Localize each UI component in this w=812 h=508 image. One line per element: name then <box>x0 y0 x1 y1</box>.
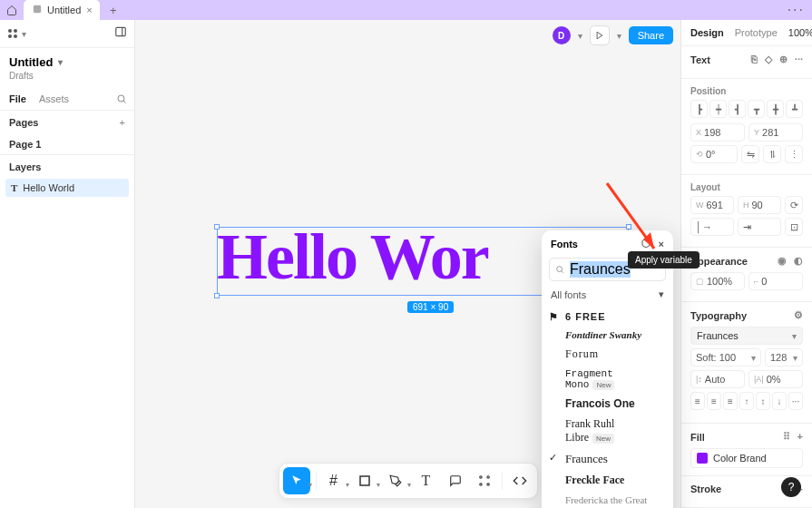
align-top-button[interactable]: ┳ <box>748 100 765 118</box>
style-icon[interactable]: ⠿ <box>783 431 790 443</box>
add-page-button[interactable]: + <box>120 117 125 128</box>
text-align-middle[interactable]: ↕ <box>756 392 770 410</box>
visibility-icon[interactable]: ◉ <box>778 255 787 267</box>
rotation-value: 0° <box>706 149 716 160</box>
font-family-dropdown[interactable]: Fraunces ▾ <box>690 327 803 345</box>
resize-handle[interactable] <box>214 224 220 230</box>
more-layout-button[interactable]: ⊡ <box>785 218 803 236</box>
apply-variable-button[interactable] <box>641 238 651 250</box>
layout-label: Layout <box>690 182 803 192</box>
app-menu-icon[interactable]: ··· <box>788 2 805 18</box>
file-location[interactable]: Drafts <box>0 71 134 88</box>
add-fill-button[interactable]: + <box>797 431 803 443</box>
blend-icon[interactable]: ◐ <box>794 255 803 267</box>
close-icon[interactable]: × <box>659 239 664 249</box>
search-icon <box>555 265 564 274</box>
move-tool[interactable] <box>283 467 310 494</box>
font-option[interactable]: Fontdiner Swanky <box>542 326 673 344</box>
font-option[interactable]: Freckle Face <box>542 470 673 491</box>
flip-v-button[interactable]: ⥮ <box>763 145 781 163</box>
y-field[interactable]: Y281 <box>748 123 803 142</box>
font-option[interactable]: Fredericka the Great <box>542 491 673 508</box>
new-badge: New <box>592 434 614 444</box>
width-field[interactable]: W691 <box>690 196 734 214</box>
font-option[interactable]: Forum <box>542 344 673 365</box>
text-align-left[interactable]: ≡ <box>690 392 705 410</box>
rotation-field[interactable]: ⟲0° <box>690 145 738 163</box>
new-tab-button[interactable]: + <box>103 4 123 17</box>
align-left-button[interactable]: ┣ <box>690 100 708 118</box>
zoom-dropdown[interactable]: 100%▾ <box>788 27 812 38</box>
text-align-center[interactable]: ≡ <box>707 392 721 410</box>
frame-tool[interactable]: # <box>320 467 347 494</box>
chevron-down-icon[interactable]: ▾ <box>578 31 582 41</box>
component-icon[interactable]: ◇ <box>765 54 772 65</box>
constrain-button[interactable]: ⟳ <box>785 196 803 214</box>
layer-item[interactable]: T Hello World <box>5 179 129 197</box>
close-tab-icon[interactable]: × <box>86 5 92 15</box>
x-field[interactable]: X198 <box>690 123 745 142</box>
font-option[interactable]: Fragment MonoNew <box>542 365 673 394</box>
font-filter-label: All fonts <box>551 289 586 300</box>
present-button[interactable] <box>590 25 610 45</box>
corner-field[interactable]: ⌐0 <box>748 272 803 290</box>
font-size-field[interactable]: 128▾ <box>765 348 803 366</box>
dev-mode-toggle[interactable] <box>506 467 533 494</box>
collapse-panel-icon[interactable] <box>114 25 127 42</box>
resize-mode[interactable]: │→ <box>690 218 734 236</box>
flip-h-button[interactable]: ⇋ <box>741 145 759 163</box>
fill-label: Fill <box>690 432 705 443</box>
file-name[interactable]: Untitled ▾ <box>9 55 125 69</box>
more-transform-button[interactable]: ⋮ <box>785 145 803 163</box>
type-settings-icon[interactable]: ⚙ <box>794 309 803 321</box>
svg-point-19 <box>486 484 488 485</box>
home-button[interactable] <box>0 0 24 20</box>
comment-tool[interactable] <box>442 467 469 494</box>
font-option[interactable]: Frank Ruhl LibreNew <box>542 414 673 448</box>
align-right-button[interactable]: ┫ <box>729 100 746 118</box>
text-tool[interactable]: T <box>413 467 440 494</box>
tab-design[interactable]: Design <box>690 27 724 38</box>
share-button[interactable]: Share <box>629 26 673 44</box>
resize-handle[interactable] <box>626 224 631 230</box>
letter-spacing-field[interactable]: |A|0% <box>748 370 803 388</box>
svg-rect-15 <box>360 476 369 485</box>
tab-assets[interactable]: Assets <box>39 93 69 104</box>
link-icon[interactable]: ⎘ <box>751 54 758 65</box>
tab-prototype[interactable]: Prototype <box>735 27 778 38</box>
font-option[interactable]: 6 FREE <box>542 308 673 326</box>
text-resize-mode[interactable]: ⇥ <box>738 218 781 236</box>
actions-tool[interactable] <box>471 467 498 494</box>
line-height-value: Auto <box>705 374 726 385</box>
text-more[interactable]: ··· <box>788 392 803 410</box>
pen-tool[interactable] <box>382 467 409 494</box>
chevron-down-icon[interactable]: ▾ <box>617 31 621 41</box>
main-menu-button[interactable]: ▾ <box>7 28 26 39</box>
file-tab[interactable]: Untitled × <box>24 0 100 20</box>
fill-color-row[interactable]: Color Brand <box>690 448 803 468</box>
height-field[interactable]: H90 <box>738 196 781 214</box>
font-option[interactable]: Fraunces <box>542 448 673 470</box>
font-filter-dropdown[interactable]: All fonts ▾ <box>549 285 666 304</box>
page-item[interactable]: Page 1 <box>0 134 134 154</box>
tab-file[interactable]: File <box>9 93 26 104</box>
align-vcenter-button[interactable]: ╋ <box>767 100 784 118</box>
font-weight-dropdown[interactable]: Soft: 100▾ <box>690 348 761 366</box>
settings-icon[interactable]: ⊕ <box>779 54 788 65</box>
more-icon[interactable]: ··· <box>795 54 803 65</box>
line-height-field[interactable]: |↕Auto <box>690 370 745 388</box>
resize-handle[interactable] <box>214 293 220 298</box>
text-align-bottom[interactable]: ↓ <box>772 392 787 410</box>
align-hcenter-button[interactable]: ┿ <box>709 100 727 118</box>
svg-point-16 <box>479 476 481 478</box>
text-align-right[interactable]: ≡ <box>723 392 738 410</box>
shape-tool[interactable] <box>351 467 378 494</box>
help-button[interactable]: ? <box>781 477 801 497</box>
text-align-top[interactable]: ↑ <box>739 392 754 410</box>
avatar[interactable]: D <box>553 26 571 44</box>
opacity-field[interactable]: ▢100% <box>690 272 745 290</box>
align-bottom-button[interactable]: ┻ <box>786 100 803 118</box>
fonts-panel-title: Fonts <box>551 239 578 249</box>
search-icon[interactable] <box>116 93 127 106</box>
font-option[interactable]: Francois One <box>542 394 673 414</box>
